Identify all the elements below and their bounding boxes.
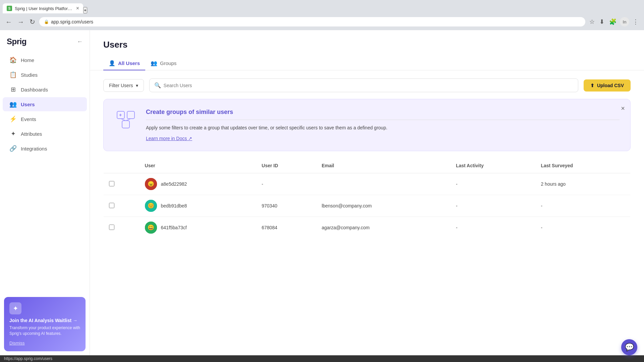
- table-row: 😀 641f5ba73cf 678084 agarza@company.com …: [104, 217, 631, 239]
- user-1-email: [316, 173, 450, 195]
- tab-favicon: S: [7, 6, 12, 11]
- banner-close-button[interactable]: ×: [621, 105, 625, 112]
- upload-icon: ⬆: [590, 83, 594, 88]
- col-last-activity: Last Activity: [450, 158, 535, 173]
- user-3-uid-display: 678084: [256, 217, 316, 239]
- col-email: Email: [316, 158, 450, 173]
- table-header: User User ID Email Last Activity Last Su…: [104, 158, 631, 173]
- status-bar: https://app.sprig.com/users: [0, 355, 644, 362]
- promo-icon: ✦: [9, 302, 21, 314]
- search-bar: 🔍: [149, 78, 578, 92]
- search-icon: 🔍: [154, 82, 161, 88]
- avatar-3: 😀: [145, 222, 157, 234]
- profile-icon[interactable]: In: [620, 17, 629, 26]
- lock-icon: 🔒: [44, 19, 49, 24]
- sidebar-promo: ✦ Join the AI Analysis Waitlist → Transf…: [4, 297, 86, 351]
- svg-text:+: +: [119, 112, 122, 118]
- filter-users-button[interactable]: Filter Users ▾: [103, 79, 144, 92]
- active-tab[interactable]: S Sprig | User Insights Platform for... …: [3, 3, 83, 13]
- sidebar-item-events[interactable]: ⚡ Events: [3, 112, 87, 126]
- groups-tab-label: Groups: [160, 60, 176, 66]
- tab-title: Sprig | User Insights Platform for...: [15, 6, 73, 11]
- sidebar-item-events-label: Events: [21, 116, 36, 122]
- users-icon: 👥: [9, 101, 17, 108]
- row-1-checkbox[interactable]: [109, 181, 114, 186]
- user-3-email: agarza@company.com: [316, 217, 450, 239]
- table-row: 😊 bedb91dbe8 lbenson@company.com 970340 …: [104, 195, 631, 217]
- forward-button[interactable]: →: [16, 17, 25, 27]
- banner-title: Create groups of similar users: [146, 109, 620, 120]
- status-url: https://app.sprig.com/users: [4, 356, 52, 361]
- browser-chrome: S Sprig | User Insights Platform for... …: [0, 0, 644, 30]
- promo-dismiss-button[interactable]: Dismiss: [9, 341, 25, 346]
- app-container: Sprig ← 🏠 Home 📋 Studies ⊞ Dashboards 👥 …: [0, 30, 644, 355]
- sidebar-header: Sprig ←: [0, 30, 90, 50]
- table-body: 😠 a8e5d22982 - - 2 hours ago: [104, 173, 631, 239]
- new-tab-button[interactable]: +: [83, 7, 87, 13]
- info-banner: × + Create groups of similar us: [103, 99, 631, 151]
- sidebar-item-dashboards[interactable]: ⊞ Dashboards: [3, 82, 87, 97]
- svg-text:😊: 😊: [148, 202, 154, 209]
- upload-csv-button[interactable]: ⬆ Upload CSV: [584, 79, 631, 92]
- browser-tabs: S Sprig | User Insights Platform for... …: [0, 0, 644, 13]
- back-button[interactable]: ←: [4, 17, 13, 27]
- sidebar-item-integrations[interactable]: 🔗 Integrations: [3, 141, 87, 156]
- promo-title[interactable]: Join the AI Analysis Waitlist →: [9, 318, 80, 323]
- sidebar-item-home[interactable]: 🏠 Home: [3, 53, 87, 67]
- row-3-checkbox[interactable]: [109, 225, 114, 230]
- user-1-last-activity: -: [450, 173, 535, 195]
- svg-rect-2: [122, 121, 129, 128]
- user-3-last-activity: -: [450, 217, 535, 239]
- user-cell-1: 😠 a8e5d22982: [145, 178, 251, 190]
- banner-text: Create groups of similar users Apply som…: [146, 109, 620, 141]
- all-users-tab-label: All Users: [118, 60, 140, 66]
- address-text: app.sprig.com/users: [51, 19, 93, 24]
- sidebar-nav: 🏠 Home 📋 Studies ⊞ Dashboards 👥 Users ⚡ …: [0, 50, 90, 293]
- user-1-last-surveyed: 2 hours ago: [535, 173, 630, 195]
- browser-actions: ☆ ⬇ 🧩 In ⋮: [588, 17, 640, 27]
- studies-icon: 📋: [9, 71, 17, 78]
- refresh-button[interactable]: ↻: [28, 16, 37, 27]
- menu-icon[interactable]: ⋮: [631, 17, 640, 27]
- col-checkbox: [104, 158, 140, 173]
- user-3-id: 641f5ba73cf: [161, 225, 187, 230]
- user-2-last-surveyed: -: [535, 195, 630, 217]
- extensions-icon[interactable]: 🧩: [608, 17, 618, 27]
- download-icon[interactable]: ⬇: [598, 17, 606, 27]
- content-area: Filter Users ▾ 🔍 ⬆ Upload CSV ×: [90, 70, 644, 247]
- address-bar[interactable]: 🔒 app.sprig.com/users: [39, 17, 585, 26]
- events-icon: ⚡: [9, 115, 17, 123]
- filter-chevron-icon: ▾: [136, 83, 138, 88]
- bookmark-icon[interactable]: ☆: [588, 17, 596, 27]
- user-2-last-activity: -: [450, 195, 535, 217]
- tab-all-users[interactable]: 👤 All Users: [103, 57, 145, 70]
- groups-tab-icon: 👥: [151, 60, 157, 66]
- home-icon: 🏠: [9, 56, 17, 64]
- browser-toolbar: ← → ↻ 🔒 app.sprig.com/users ☆ ⬇ 🧩 In ⋮: [0, 13, 644, 30]
- sidebar-collapse-button[interactable]: ←: [77, 38, 83, 45]
- sprig-logo: Sprig: [7, 37, 26, 46]
- row-2-checkbox[interactable]: [109, 203, 114, 208]
- tab-close-btn[interactable]: ×: [76, 5, 79, 11]
- sidebar-item-studies[interactable]: 📋 Studies: [3, 68, 87, 82]
- banner-content: + Create groups of similar users Apply s…: [114, 109, 620, 141]
- search-input[interactable]: [164, 83, 573, 88]
- user-2-uid-display: 970340: [256, 195, 316, 217]
- svg-text:😠: 😠: [148, 181, 154, 187]
- banner-learn-more-link[interactable]: Learn more in Docs ↗: [146, 136, 192, 141]
- user-cell-2: 😊 bedb91dbe8: [145, 200, 251, 212]
- sidebar-item-users[interactable]: 👥 Users: [3, 97, 87, 111]
- banner-description: Apply some filters to create a group tha…: [146, 124, 620, 131]
- integrations-icon: 🔗: [9, 145, 17, 152]
- sidebar-item-studies-label: Studies: [21, 72, 38, 78]
- table-row: 😠 a8e5d22982 - - 2 hours ago: [104, 173, 631, 195]
- dashboards-icon: ⊞: [9, 86, 17, 93]
- sidebar-item-attributes[interactable]: ✦ Attributes: [3, 127, 87, 141]
- tab-groups[interactable]: 👥 Groups: [145, 57, 182, 70]
- filter-users-label: Filter Users: [109, 83, 133, 88]
- users-table: User User ID Email Last Activity Last Su…: [103, 158, 631, 239]
- col-last-surveyed: Last Surveyed: [535, 158, 630, 173]
- page-header: Users 👤 All Users 👥 Groups: [90, 30, 644, 70]
- sidebar-item-integrations-label: Integrations: [21, 146, 47, 152]
- chat-button[interactable]: 💬: [621, 339, 637, 355]
